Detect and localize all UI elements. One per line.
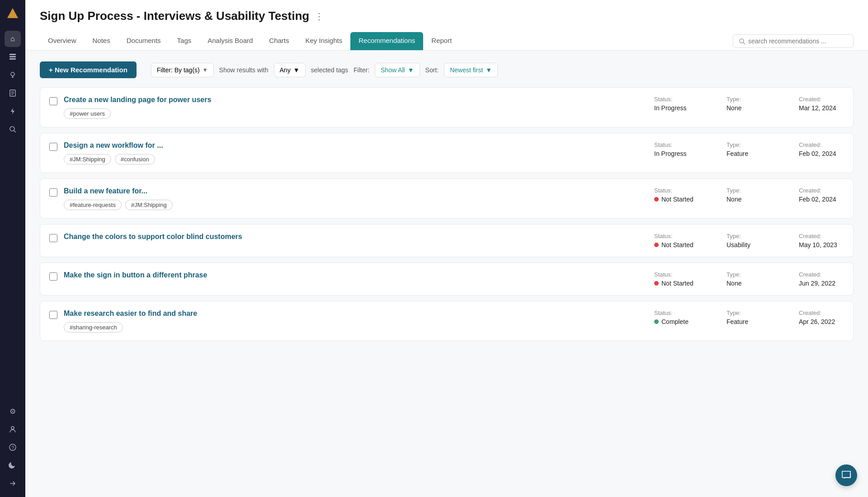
filter-by-tag-select[interactable]: Filter: By tag(s) ▼ (151, 63, 214, 77)
status-value: Complete (654, 318, 699, 325)
tab-overview[interactable]: Overview (40, 32, 85, 50)
rec-title[interactable]: Make research easier to find and share (64, 309, 648, 318)
svg-text:?: ? (12, 445, 14, 450)
sidebar-icon-user[interactable] (5, 421, 21, 437)
rec-type: Type: Feature (726, 309, 772, 325)
svg-point-14 (11, 427, 14, 429)
svg-marker-0 (7, 8, 18, 18)
sidebar-icon-moon[interactable] (5, 457, 21, 474)
sidebar-icon-lightbulb[interactable] (5, 67, 21, 83)
type-value: Feature (726, 318, 772, 325)
created-value: Apr 26, 2022 (799, 318, 844, 325)
status-value: In Progress (654, 104, 699, 112)
type-label: Type: (726, 271, 772, 278)
type-label: Type: (726, 187, 772, 194)
created-label: Created: (799, 271, 844, 278)
table-row: Create a new landing page for power user… (40, 87, 854, 127)
rec-title[interactable]: Create a new landing page for power user… (64, 96, 648, 104)
rec-status: Status: Not Started (654, 271, 699, 287)
rec-created: Created: Mar 12, 2024 (799, 96, 844, 112)
rec-tags: #sharing-research (64, 322, 648, 333)
tag-badge[interactable]: #sharing-research (64, 322, 123, 333)
table-row: Build a new feature for... #feature-requ… (40, 178, 854, 219)
sidebar-icon-settings[interactable]: ⚙ (5, 403, 21, 419)
created-value: Mar 12, 2024 (799, 104, 844, 112)
tab-report[interactable]: Report (423, 32, 460, 50)
table-row: Make the sign in button a different phra… (40, 263, 854, 295)
rec-body: Make the sign in button a different phra… (64, 271, 648, 284)
created-label: Created: (799, 187, 844, 194)
show-all-select[interactable]: Show All ▼ (375, 63, 420, 77)
tab-analysis-board[interactable]: Analysis Board (199, 32, 261, 50)
filter-label: Filter: (354, 66, 369, 74)
rec-title[interactable]: Design a new workflow for ... (64, 141, 648, 150)
sidebar-icon-book[interactable] (5, 85, 21, 101)
tag-badge[interactable]: #confusion (115, 154, 155, 164)
svg-marker-11 (11, 108, 14, 114)
rec-created: Created: Feb 02, 2024 (799, 187, 844, 203)
rec-created: Created: Feb 02, 2024 (799, 141, 844, 157)
tab-key-insights[interactable]: Key Insights (297, 32, 351, 50)
svg-point-4 (11, 72, 14, 76)
nav-tabs: Overview Notes Documents Tags Analysis B… (40, 32, 854, 50)
status-value: Not Started (654, 280, 699, 287)
sidebar-icon-help[interactable]: ? (5, 439, 21, 455)
rec-title[interactable]: Make the sign in button a different phra… (64, 271, 648, 279)
rec-checkbox-4[interactable] (49, 272, 57, 281)
rec-checkbox-3[interactable] (49, 234, 57, 242)
table-row: Make research easier to find and share #… (40, 301, 854, 341)
rec-body: Create a new landing page for power user… (64, 96, 648, 119)
new-recommendation-button[interactable]: + New Recommendation (40, 61, 137, 78)
rec-type: Type: None (726, 271, 772, 287)
rec-checkbox-0[interactable] (49, 97, 57, 105)
svg-rect-3 (9, 58, 16, 60)
any-select[interactable]: Any ▼ (274, 63, 306, 77)
created-label: Created: (799, 141, 844, 148)
filter-by-tag-chevron: ▼ (203, 67, 208, 73)
rec-tags: #feature-requests#JM:Shipping (64, 200, 648, 210)
rec-status: Status: Complete (654, 309, 699, 325)
any-chevron: ▼ (293, 66, 300, 74)
sidebar-icon-share[interactable] (5, 475, 21, 492)
tab-notes[interactable]: Notes (85, 32, 118, 50)
rec-meta: Status: Complete Type: Feature Created: … (654, 309, 844, 325)
tag-badge[interactable]: #feature-requests (64, 200, 122, 210)
rec-checkbox-5[interactable] (49, 311, 57, 319)
sidebar-icon-layers[interactable] (5, 49, 21, 65)
rec-meta: Status: Not Started Type: None Created: … (654, 187, 844, 203)
sort-label: Sort: (425, 66, 439, 74)
page-menu-icon[interactable]: ⋮ (315, 11, 324, 22)
sidebar-icon-lightning[interactable] (5, 103, 21, 119)
svg-point-12 (10, 127, 14, 131)
rec-checkbox-1[interactable] (49, 143, 57, 151)
rec-meta: Status: Not Started Type: None Created: … (654, 271, 844, 287)
app-logo[interactable] (5, 5, 21, 22)
rec-type: Type: None (726, 187, 772, 203)
tab-tags[interactable]: Tags (169, 32, 200, 50)
tab-documents[interactable]: Documents (118, 32, 169, 50)
toolbar: + New Recommendation Filter: By tag(s) ▼… (40, 61, 854, 78)
tab-recommendations[interactable]: Recommendations (350, 32, 423, 50)
rec-title[interactable]: Change the colors to support color blind… (64, 233, 648, 241)
status-label: Status: (654, 141, 699, 148)
show-all-chevron: ▼ (408, 66, 414, 74)
newest-first-select[interactable]: Newest first ▼ (444, 63, 498, 77)
status-dot-red (654, 197, 659, 202)
rec-status: Status: In Progress (654, 96, 699, 112)
sidebar-icon-home[interactable]: ⌂ (5, 31, 21, 47)
rec-title[interactable]: Build a new feature for... (64, 187, 648, 195)
rec-checkbox-2[interactable] (49, 188, 57, 197)
search-input[interactable] (748, 38, 848, 45)
rec-body: Design a new workflow for ... #JM:Shippi… (64, 141, 648, 164)
tag-badge[interactable]: #JM:Shipping (125, 200, 173, 210)
sidebar-icon-search[interactable] (5, 121, 21, 137)
rec-body: Build a new feature for... #feature-requ… (64, 187, 648, 210)
created-label: Created: (799, 96, 844, 103)
type-label: Type: (726, 233, 772, 239)
tag-badge[interactable]: #power users (64, 108, 111, 119)
tag-badge[interactable]: #JM:Shipping (64, 154, 111, 164)
chat-button[interactable] (835, 464, 857, 486)
table-row: Change the colors to support color blind… (40, 224, 854, 257)
type-value: None (726, 104, 772, 112)
tab-charts[interactable]: Charts (261, 32, 297, 50)
